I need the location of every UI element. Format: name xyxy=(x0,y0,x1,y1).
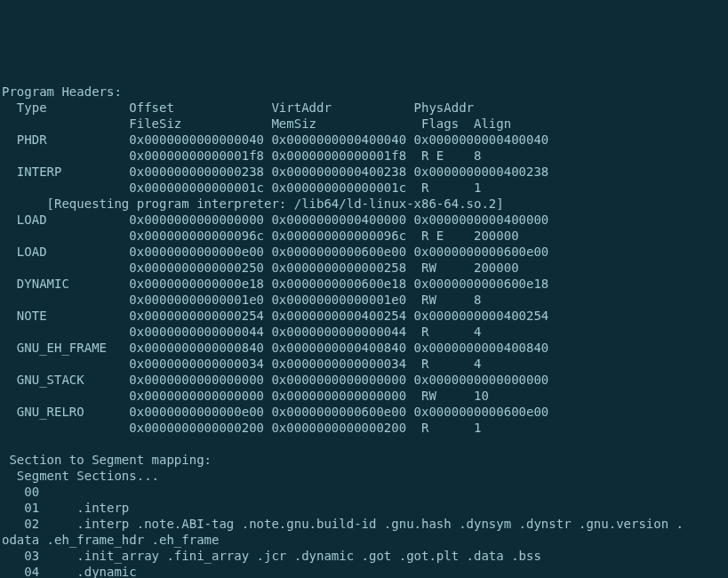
program-headers-title: Program Headers: xyxy=(2,84,122,99)
column-header-line-2: FileSiz MemSiz Flags Align xyxy=(2,116,511,131)
segment-02a: 02 .interp .note.ABI-tag .note.gnu.build… xyxy=(2,517,684,531)
segment-02b: odata .eh_frame_hdr .eh_frame xyxy=(2,533,227,547)
section-mapping-title: Section to Segment mapping: xyxy=(2,453,212,467)
load0-row-1: LOAD 0x0000000000000000 0x00000000004000… xyxy=(2,213,548,227)
phdr-row-1: PHDR 0x0000000000000040 0x00000000004000… xyxy=(2,132,548,147)
interp-row-1: INTERP 0x0000000000000238 0x000000000040… xyxy=(2,165,548,179)
load1-row-1: LOAD 0x0000000000000e00 0x0000000000600e… xyxy=(2,245,548,259)
note-row-1: NOTE 0x0000000000000254 0x00000000004002… xyxy=(2,309,548,323)
gnu-relro-row-2: 0x0000000000000200 0x0000000000000200 R … xyxy=(2,421,481,435)
note-row-2: 0x0000000000000044 0x0000000000000044 R … xyxy=(2,325,481,339)
section-mapping-sub: Segment Sections... xyxy=(2,469,159,483)
gnu-eh-frame-row-2: 0x0000000000000034 0x0000000000000034 R … xyxy=(2,357,481,371)
segment-03: 03 .init_array .fini_array .jcr .dynamic… xyxy=(2,549,548,563)
gnu-stack-row-2: 0x0000000000000000 0x0000000000000000 RW… xyxy=(2,389,489,403)
dynamic-row-1: DYNAMIC 0x0000000000000e18 0x00000000006… xyxy=(2,277,548,291)
gnu-relro-row-1: GNU_RELRO 0x0000000000000e00 0x000000000… xyxy=(2,405,548,419)
segment-01: 01 .interp xyxy=(2,501,137,515)
load0-row-2: 0x000000000000096c 0x000000000000096c R … xyxy=(2,229,519,243)
interp-row-2: 0x000000000000001c 0x000000000000001c R … xyxy=(2,181,481,195)
segment-00: 00 xyxy=(2,485,76,499)
phdr-row-2: 0x00000000000001f8 0x00000000000001f8 R … xyxy=(2,149,481,163)
gnu-stack-row-1: GNU_STACK 0x0000000000000000 0x000000000… xyxy=(2,373,548,387)
gnu-eh-frame-row-1: GNU_EH_FRAME 0x0000000000000840 0x000000… xyxy=(2,341,548,355)
column-header-line-1: Type Offset VirtAddr PhysAddr xyxy=(2,100,474,115)
load1-row-2: 0x0000000000000250 0x0000000000000258 RW… xyxy=(2,261,519,275)
segment-04: 04 .dynamic xyxy=(2,565,144,578)
interp-note: [Requesting program interpreter: /lib64/… xyxy=(2,197,504,211)
terminal-output: Program Headers: Type Offset VirtAddr Ph… xyxy=(0,80,728,578)
dynamic-row-2: 0x00000000000001e0 0x00000000000001e0 RW… xyxy=(2,293,481,307)
